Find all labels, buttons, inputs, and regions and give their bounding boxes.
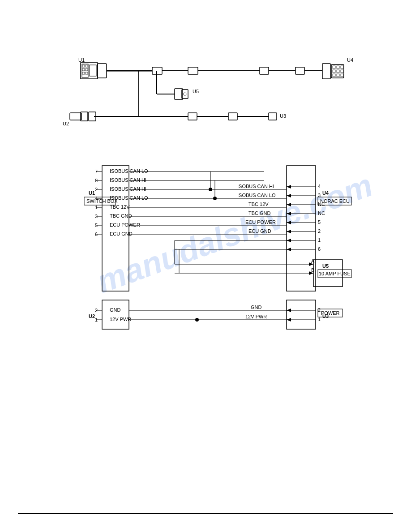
svg-rect-48 [228,113,237,120]
svg-text:U3: U3 [280,113,286,119]
svg-marker-107 [287,212,291,215]
svg-text:ISOBUS CAN HI: ISOBUS CAN HI [237,184,274,189]
svg-text:U4: U4 [322,190,329,196]
svg-marker-115 [287,230,291,233]
svg-text:U1: U1 [89,190,95,196]
svg-text:POWER: POWER [321,310,340,316]
svg-text:ISOBUS CAN LO: ISOBUS CAN LO [237,193,276,198]
svg-rect-6 [86,69,88,71]
svg-rect-23 [333,66,335,69]
svg-point-37 [184,93,186,95]
svg-text:ECU POWER: ECU POWER [245,219,276,225]
svg-rect-46 [188,113,197,120]
svg-text:12V PWR: 12V PWR [110,317,131,322]
svg-rect-28 [341,70,343,73]
svg-marker-96 [287,185,291,189]
svg-text:1: 1 [318,317,321,322]
svg-text:TBC 12V: TBC 12V [110,204,130,210]
svg-text:U2: U2 [89,313,95,319]
svg-text:U4: U4 [347,57,353,63]
svg-text:NC: NC [318,202,325,207]
svg-marker-111 [287,221,291,224]
svg-rect-29 [333,74,335,77]
svg-rect-8 [86,72,88,74]
svg-text:ECU GND: ECU GND [110,231,133,236]
svg-marker-119 [287,239,291,242]
svg-text:GND: GND [110,307,121,313]
svg-rect-17 [260,67,269,74]
svg-text:12V PWR: 12V PWR [245,314,267,319]
svg-rect-27 [337,70,339,73]
svg-rect-2 [90,65,96,76]
svg-text:5: 5 [318,219,321,225]
svg-text:ISOBUS CAN HI: ISOBUS CAN HI [110,177,146,183]
svg-text:2: 2 [318,307,321,313]
svg-rect-24 [337,66,339,69]
svg-rect-9 [98,64,107,78]
svg-text:ISOBUS CAN HI: ISOBUS CAN HI [110,186,146,192]
svg-text:6: 6 [318,246,321,252]
svg-rect-31 [341,74,343,77]
svg-text:10 AMP FUSE: 10 AMP FUSE [319,271,351,276]
svg-rect-3 [82,65,85,67]
svg-rect-52 [102,166,129,291]
svg-rect-5 [82,69,85,71]
svg-text:A: A [311,258,315,264]
svg-marker-158 [287,318,291,322]
svg-rect-4 [86,65,88,67]
svg-marker-103 [287,203,291,206]
page: manudalshive.com U1 [0,0,411,532]
svg-rect-43 [70,113,81,120]
svg-text:2: 2 [318,228,321,234]
svg-text:ISOBUS CAN LO: ISOBUS CAN LO [110,168,148,174]
bottom-border [18,513,393,514]
svg-rect-19 [295,67,304,74]
svg-rect-50 [269,113,277,120]
svg-text:TBC 12V: TBC 12V [248,202,269,207]
svg-text:U5: U5 [193,89,199,94]
svg-rect-22 [331,64,344,78]
svg-text:U2: U2 [63,121,69,126]
wiring-diagram: U1 U4 [36,36,385,511]
svg-text:GND: GND [251,305,262,310]
svg-text:NC: NC [318,210,325,216]
svg-text:ECU POWER: ECU POWER [110,222,140,227]
svg-text:3: 3 [318,193,321,198]
svg-text:TBC GND: TBC GND [248,210,271,216]
svg-marker-154 [287,309,291,312]
svg-rect-25 [341,66,343,69]
svg-text:U5: U5 [322,263,329,269]
svg-text:1: 1 [318,237,321,243]
svg-rect-26 [333,70,335,73]
svg-rect-7 [82,72,85,74]
svg-text:U1: U1 [78,57,85,63]
svg-text:4: 4 [318,184,321,189]
svg-text:ECU GND: ECU GND [248,228,271,234]
svg-point-148 [195,318,199,322]
svg-text:TBC GND: TBC GND [110,213,132,219]
svg-rect-15 [188,67,198,74]
svg-marker-100 [287,194,291,197]
svg-marker-122 [287,248,291,251]
svg-text:B: B [311,267,314,273]
svg-rect-21 [322,64,330,79]
svg-rect-149 [287,300,316,329]
svg-rect-30 [337,74,339,77]
svg-rect-138 [102,300,129,329]
svg-text:ISOBUS CAN LO: ISOBUS CAN LO [110,195,148,201]
